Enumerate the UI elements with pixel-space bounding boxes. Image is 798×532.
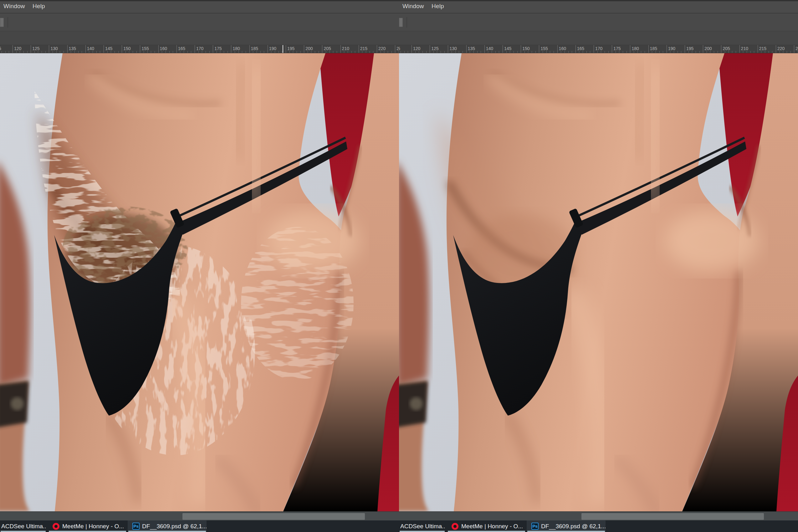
ruler-minor-tick <box>528 51 528 53</box>
ruler-tick <box>286 45 286 53</box>
taskbar-button-photoshop[interactable]: Ps DF__3609.psd @ 62,1... <box>527 520 606 532</box>
ruler-tick <box>86 45 86 53</box>
menu-item-window[interactable]: Window <box>402 3 424 10</box>
taskbar-button-meetme[interactable]: MeetMe | Honney - O... <box>447 520 526 532</box>
tool-preset-chip[interactable] <box>0 18 4 27</box>
ruler-tick <box>140 45 140 53</box>
ruler-minor-tick <box>293 51 293 53</box>
ruler-minor-tick <box>209 51 210 53</box>
ruler-minor-tick <box>444 51 445 53</box>
ruler-label: 175 <box>214 46 222 51</box>
ruler-minor-tick <box>133 51 133 53</box>
ruler-minor-tick <box>162 51 162 53</box>
ruler-minor-tick <box>718 51 718 53</box>
ruler-minor-tick <box>641 51 641 53</box>
ruler-minor-tick <box>670 51 670 53</box>
ruler-tick <box>412 45 412 53</box>
ruler-minor-tick <box>579 51 579 53</box>
ruler-minor-tick <box>404 51 405 53</box>
tool-preset-chip[interactable] <box>399 18 403 27</box>
window-top-strip <box>0 0 399 1</box>
ruler-minor-tick <box>754 51 754 53</box>
ruler-minor-tick <box>100 51 100 53</box>
menu-bar: Window Help <box>399 0 798 14</box>
taskbar-button-photoshop[interactable]: Ps DF__3609.psd @ 62,1... <box>128 520 207 532</box>
windows-taskbar: ACDSee Ultima... MeetMe | Honney - O... … <box>399 520 798 532</box>
ruler-minor-tick <box>253 51 253 53</box>
ruler-minor-tick <box>169 51 170 53</box>
ruler-minor-tick <box>16 51 17 53</box>
photoshop-icon: Ps <box>531 522 538 530</box>
ruler-minor-tick <box>638 51 638 53</box>
ruler-tick <box>430 45 430 53</box>
ruler-minor-tick <box>514 51 514 53</box>
ruler-minor-tick <box>56 51 57 53</box>
ruler-minor-tick <box>401 51 401 53</box>
ruler-minor-tick <box>605 51 605 53</box>
ruler-minor-tick <box>381 51 381 53</box>
scrollbar-thumb[interactable] <box>183 513 365 520</box>
ruler-minor-tick <box>220 51 220 53</box>
ruler-minor-tick <box>747 51 747 53</box>
ruler-tick <box>557 45 558 53</box>
ruler-minor-tick <box>180 51 180 53</box>
ruler-label: 175 <box>613 46 621 51</box>
ruler-minor-tick <box>408 51 408 53</box>
taskbar-active-indicator <box>527 531 605 532</box>
ruler-minor-tick <box>147 51 148 53</box>
ruler-tick <box>395 45 395 53</box>
opera-icon <box>53 523 59 530</box>
ruler-minor-tick <box>780 51 780 53</box>
ruler-label: 225 <box>397 46 399 51</box>
ruler-tick <box>122 45 122 53</box>
taskbar-button-acdsee[interactable]: ACDSee Ultima... <box>399 520 445 532</box>
ruler-minor-tick <box>699 51 700 53</box>
ruler-tick <box>448 45 448 53</box>
horizontal-scrollbar[interactable] <box>0 511 399 520</box>
ruler-tick <box>794 45 794 53</box>
taskbar-open-indicator <box>448 531 525 532</box>
ruler-minor-tick <box>9 51 9 53</box>
taskbar-open-indicator <box>49 531 126 532</box>
ruler-minor-tick <box>452 51 452 53</box>
ruler-minor-tick <box>5 51 6 53</box>
ruler-minor-tick <box>202 51 202 53</box>
ruler-minor-tick <box>554 51 554 53</box>
photo-canvas[interactable] <box>0 53 399 511</box>
ruler-tick <box>249 45 250 53</box>
ruler-label: 165 <box>178 46 185 51</box>
ruler-minor-tick <box>53 51 53 53</box>
ruler-tick <box>721 45 721 53</box>
ruler-label: 160 <box>160 46 167 51</box>
ruler-label: 210 <box>741 46 748 51</box>
desktop-screen: Window Help 5120125130135140145150155160… <box>0 0 798 532</box>
ruler-label: 5 <box>399 46 400 51</box>
horizontal-scrollbar[interactable] <box>399 511 798 520</box>
ruler-tick <box>103 45 104 53</box>
ruler-minor-tick <box>216 51 217 53</box>
ruler-tick <box>758 45 758 53</box>
ruler-minor-tick <box>315 51 315 53</box>
ruler-minor-tick <box>659 51 660 53</box>
ruler-label: 140 <box>87 46 94 51</box>
menu-item-help[interactable]: Help <box>432 3 444 10</box>
photo-before <box>0 53 399 511</box>
menu-item-help[interactable]: Help <box>33 3 45 10</box>
taskbar-button-meetme[interactable]: MeetMe | Honney - O... <box>48 520 127 532</box>
ruler-label: 5 <box>0 46 1 51</box>
ruler-minor-tick <box>352 51 352 53</box>
photo-canvas[interactable] <box>399 53 798 511</box>
menu-item-window[interactable]: Window <box>3 3 25 10</box>
ruler-label: 205 <box>723 46 730 51</box>
taskbar-button-acdsee[interactable]: ACDSee Ultima... <box>0 520 46 532</box>
opera-icon <box>452 523 458 530</box>
ruler-minor-tick <box>437 51 437 53</box>
ruler-minor-tick <box>78 51 79 53</box>
ruler-minor-tick <box>426 51 426 53</box>
ruler-minor-tick <box>791 51 791 53</box>
scrollbar-thumb[interactable] <box>582 513 764 520</box>
ruler-tick <box>703 45 703 53</box>
ruler-minor-tick <box>783 51 783 53</box>
ruler-minor-tick <box>63 51 64 53</box>
ruler-minor-tick <box>369 51 370 53</box>
